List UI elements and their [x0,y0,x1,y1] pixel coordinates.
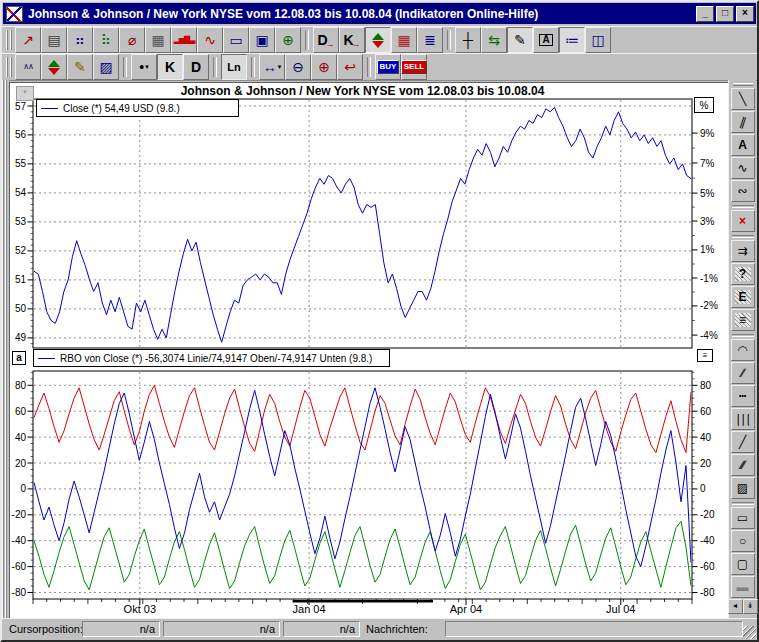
zigzag-analysis-button[interactable]: ∧∧ [15,54,41,80]
panel-config-button[interactable]: ◫ [585,27,611,53]
curve-tool-button[interactable]: ∾ [731,180,755,202]
new-chart-button[interactable]: ↗ [15,27,41,53]
histogram-chart-button[interactable]: ▂▅▇▃ [171,27,197,53]
maximize-button[interactable]: □ [716,6,734,22]
zoom-out-button[interactable]: ⊖ [285,54,311,80]
symbol-list-icon: ⠶ [75,33,85,47]
more-tools-button[interactable]: ↡ [743,599,758,614]
ellipse-tool-button[interactable]: ○ [731,530,755,552]
toolbar-handle[interactable] [6,57,12,77]
symbol-list-button[interactable]: ⠶ [67,27,93,53]
grid-chart-button[interactable]: ▦ [391,27,417,53]
indicator-pane-button[interactable]: a [12,351,26,365]
trendline-tool-button[interactable]: ╱ [731,431,755,453]
svg-text:3%: 3% [700,216,715,227]
line-chart-button[interactable]: ∿ [197,27,223,53]
freehand-tool-icon: ∿ [737,162,747,174]
delete-drawing-tool-icon: × [739,215,746,227]
hatch-edit-tool-button[interactable]: E [731,286,755,308]
arc-tool-button[interactable]: ◠ [731,339,755,361]
regression-tool-button[interactable]: ⇉ [731,240,755,262]
crosshair-button[interactable]: ┼ [455,27,481,53]
candle-mode-button[interactable]: K [157,54,183,80]
toolbar-separator [305,30,309,50]
line-tool-button[interactable]: ╲ [731,88,755,110]
cursor-field-3: n/a [283,621,360,637]
speed-lines-tool-button[interactable]: ┅ [731,385,755,407]
parallel-lines-tool-button[interactable]: ∥ [731,111,755,133]
left-splitter[interactable] [2,80,9,620]
freehand-tool-button[interactable]: ∿ [731,157,755,179]
toolbar-separator [732,334,754,337]
small-arrow-icon: → [326,39,335,49]
scroll-left-button[interactable]: ◂ [728,599,743,614]
regression-tool-icon: ⇉ [737,245,747,257]
chart-window-button[interactable]: ▭ [223,27,249,53]
close-line-sample [41,108,58,109]
no-indicator-button[interactable]: ⌀ [119,27,145,53]
resize-grip[interactable] [743,626,756,639]
close-button[interactable]: × [736,6,754,22]
app-icon [6,6,23,22]
horizontal-scale-icon: ↔ [263,60,277,74]
candle-data-button[interactable]: K→ [339,27,365,53]
vertical-lines-tool-button[interactable]: ∣∣∣ [731,408,755,430]
chart-title: Johnson & Johnson / New York NYSE vom 12… [33,84,692,98]
data-table-button[interactable]: ▦ [145,27,171,53]
compress-view-button[interactable] [365,27,391,53]
sell-order-button[interactable]: SELL [401,54,427,80]
arc-tool-icon: ◠ [737,344,747,356]
compress-triangles-button[interactable] [41,54,67,80]
rectangle-tool-button[interactable]: ▭ [731,507,755,529]
pane-collapse-button[interactable]: ▼ [16,86,34,101]
delete-drawing-tool-button[interactable]: × [731,210,755,232]
copy-chart-button[interactable]: ▤ [41,27,67,53]
cursor-field-2: n/a [163,621,280,637]
minimize-button[interactable]: _ [696,6,714,22]
text-tool-button[interactable]: A [731,134,755,156]
svg-text:Apr 04: Apr 04 [450,603,482,615]
zoom-reset-button[interactable]: ↩ [337,54,363,80]
line-width-button[interactable]: •▾ [131,54,157,80]
svg-text:7%: 7% [700,158,715,169]
chart-properties-button[interactable]: ▨ [93,54,119,80]
scale-shift-button[interactable]: ⇆ [481,27,507,53]
indicator-lines-button[interactable]: ≣ [417,27,443,53]
svg-text:-60: -60 [12,561,27,572]
messages-label: Nachrichten: [366,623,428,635]
fan-tool-button[interactable]: ∕∕∕ [731,454,755,476]
draw-mode-button[interactable]: ✎ [507,27,533,53]
draw-pen-button[interactable]: ✎ [67,54,93,80]
world-data-button[interactable]: ⊕ [275,27,301,53]
svg-text:20: 20 [700,458,712,469]
legend-display-button[interactable]: ≔ [559,27,585,53]
chart-stack-button[interactable]: ▣ [249,27,275,53]
buy-order-badge: BUY [377,60,400,74]
trendline-tool-icon: ╱ [739,436,746,448]
log-scale-button[interactable]: Ln [221,54,247,80]
svg-text:57: 57 [15,101,27,112]
arrow-fan-tool-button[interactable]: ∕∕ [731,362,755,384]
crosshatch-tool-button[interactable]: ▨ [731,477,755,499]
zigzag-analysis-icon: ∧∧ [23,63,33,71]
window-title: Johnson & Johnson / New York NYSE vom 12… [28,7,694,21]
toolbar-handle[interactable] [733,83,753,86]
buy-order-button[interactable]: BUY [375,54,401,80]
horizontal-scale-button[interactable]: ↔▾ [259,54,285,80]
text-annotation-button[interactable]: A [533,27,559,53]
daily-data-button[interactable]: D→ [313,27,339,53]
copy-chart-icon: ▤ [47,33,60,47]
price-legend-text: Close (*) 54,49 USD (9.8.) [63,103,180,114]
svg-text:-40: -40 [700,535,715,546]
fan-tool-icon: ∕∕∕ [741,459,744,471]
zoom-in-button[interactable]: ⊕ [311,54,337,80]
filled-rect-tool-button[interactable]: ▬ [731,576,755,598]
hatch-lines-tool-button[interactable]: ≡ [731,309,755,331]
hatch-note-tool-button[interactable]: ? [731,263,755,285]
bar-mode-button[interactable]: D [183,54,209,80]
toolbar-handle[interactable] [6,30,12,50]
portfolio-transfer-button[interactable]: ⠷ [93,27,119,53]
svg-text:50: 50 [15,303,27,314]
rounded-rect-tool-button[interactable]: ▢ [731,553,755,575]
indicator-settings-button[interactable]: ≡ [697,349,713,362]
